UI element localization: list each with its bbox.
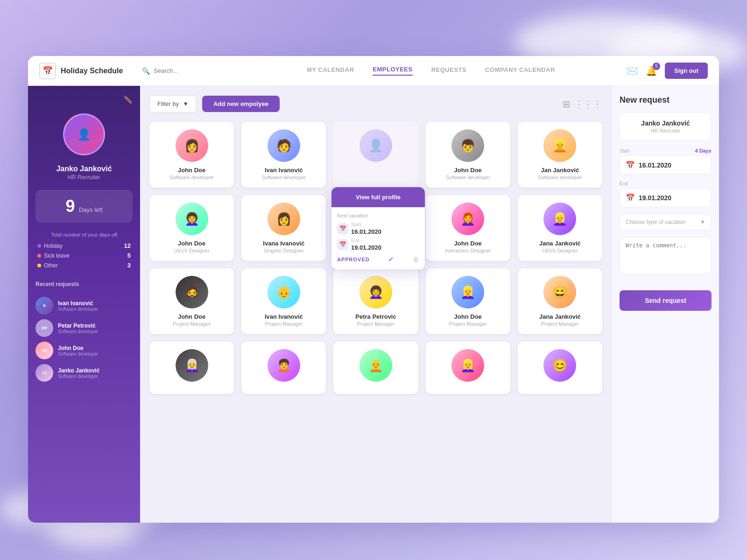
recent-item-0[interactable]: II Ivan Ivanović Software developer [35,297,133,315]
filter-chevron-icon: ▼ [183,100,189,107]
emp-avatar-13: 👱‍♀️ [451,276,484,308]
recent-item-1[interactable]: PP Petar Petrović Software developer [35,319,133,337]
user-avatar-large: 👤 [63,113,105,155]
add-employee-button[interactable]: Add new empolyee [202,96,280,112]
recent-role-1: Software developer [58,329,98,334]
emp-role-13: Project Manager [431,321,505,327]
nav-requests[interactable]: REQUESTS [431,66,467,75]
sidebar-userrole: HR Recruiter [35,174,133,181]
recent-role-0: Software developer [58,307,98,312]
days-breakdown: Total number of your days off Holiday 12… [35,232,133,272]
start-date-value: 16.01.2020 [639,161,671,169]
comment-field [620,237,712,276]
employee-card-19[interactable]: 😊 [518,342,602,394]
end-calendar-icon: 📅 [626,193,635,202]
right-panel: New request Janko Janković HR Recruiter … [612,86,719,523]
employee-card-3[interactable]: 👦 John Doe Software developer [426,122,510,188]
trash-icon[interactable]: 🗑 [413,256,419,263]
vacation-type-placeholder: Choose type of vacation [626,219,686,225]
send-request-button[interactable]: Send request [620,290,712,311]
mail-icon[interactable]: ✉️ [627,65,638,77]
employee-card-16[interactable]: 🧑‍🦱 [241,342,326,394]
recent-item-2[interactable]: JD John Doe Software developer [35,342,133,359]
employee-card-11[interactable]: 👴 Ivan Ivanović Project Manager [241,268,326,334]
logo-text: Holiday Schedule [61,67,123,75]
holiday-row: Holiday 12 [37,242,131,249]
signout-button[interactable]: Sign out [665,63,708,79]
popup-end-label: End [351,238,381,243]
employee-card-5[interactable]: 👩‍🦱 John Doe UI/UX Designer [149,195,234,261]
days-number: 9 [65,196,75,216]
sickleave-count: 5 [127,252,131,259]
comment-textarea[interactable] [620,237,712,274]
other-row: Other 3 [37,262,131,269]
employee-card-15[interactable]: 👩‍🦳 [149,342,234,394]
emp-name-1: Ivan Ivanović [247,167,320,174]
employee-card-6[interactable]: 👩 Ivana Ivanović Graphic Designer [241,195,326,261]
employee-card-9[interactable]: 👱‍♀️ Jana Janković UI/UX Designer [518,195,602,261]
recent-requests-section: Recent requests [35,281,133,287]
recent-item-3[interactable]: JJ Janko Janković Software developer [35,364,133,382]
start-cal-icon: 📅 [337,223,348,234]
holiday-label: Holiday [44,243,63,249]
employee-card-17[interactable]: 🧑‍🦲 [333,342,418,394]
employee-card-0[interactable]: 👩 John Doe Software developer [149,122,234,188]
emp-avatar-4: 👱 [543,129,576,162]
end-date-input[interactable]: 📅 19.01.2020 [620,188,712,207]
employee-card-4[interactable]: 👱 Jan Janković Software developer [518,122,602,188]
emp-avatar-18: 👱‍♀️ [451,349,484,382]
start-date-input[interactable]: 📅 16.01.2020 [620,155,712,175]
end-field-label: End [620,181,628,186]
employee-card-14[interactable]: 😄 Jana Janković Project Manager [518,268,602,334]
next-vacation-label: Next vacation [337,213,419,218]
grid-view-button[interactable]: ⊞ [563,98,571,110]
popup-end-date: 19.01.2020 [351,244,381,251]
search-input[interactable] [154,67,219,74]
emp-avatar-16: 🧑‍🦱 [268,349,300,382]
list-view-button[interactable]: ⋮⋮⋮ [574,98,602,110]
nav-my-calendar[interactable]: MY CALENDAR [307,66,354,75]
emp-name-12: Petra Petrovic [339,313,412,320]
sickleave-dot [37,254,41,258]
filter-button[interactable]: Filter by ▼ [149,95,197,112]
vacation-type-select[interactable]: Choose type of vacation ▼ [620,214,712,231]
employee-card-10[interactable]: 🧔 John Doe Project Manager [149,268,234,334]
emp-avatar-9: 👱‍♀️ [543,203,576,235]
employee-card-1[interactable]: 🧑 Ivan Ivanović Software developer [241,122,326,188]
total-value: 4 Days [695,148,712,154]
start-calendar-icon: 📅 [626,161,635,169]
emp-name-13: John Doe [431,313,505,320]
emp-role-4: Software developer [523,175,597,180]
emp-name-14: Jana Janković [523,313,597,320]
vacation-type-field: Choose type of vacation ▼ [620,214,712,231]
notification-badge: 5 [653,63,660,70]
recent-avatar-1: PP [35,319,53,337]
popup-start-date: 16.01.2020 [351,228,381,235]
emp-avatar-3: 👦 [451,129,484,162]
emp-name-3: John Doe [431,167,505,174]
other-label: Other [44,262,58,269]
recent-info-1: Petar Petrović Software developer [58,322,98,334]
view-full-profile-button[interactable]: View full profile [331,187,425,207]
recent-name-0: Ivan Ivanović [58,300,98,307]
employee-card-12[interactable]: 👩‍🦱 Petra Petrovic Project Manager [333,268,418,334]
emp-role-8: Interaction Designer [431,248,505,253]
panel-userrole: HR Recruiter [627,128,705,133]
recent-info-0: Ivan Ivanović Software developer [58,300,98,312]
emp-role-11: Project Manager [247,321,320,327]
nav-company-calendar[interactable]: COMPANY CALENDAR [485,66,555,75]
approved-checkmark-icon: ✓ [388,255,394,264]
emp-role-3: Software developer [431,175,505,180]
end-date-value: 19.01.2020 [639,194,671,202]
employee-card-2[interactable]: 👤 [333,122,418,188]
employee-card-13[interactable]: 👱‍♀️ John Doe Project Manager [426,268,510,334]
popup-card: View full profile Next vacation 📅 Start … [331,187,425,269]
employee-card-8[interactable]: 👩‍🦰 John Doe Interaction Designer [426,195,510,261]
employee-card-18[interactable]: 👱‍♀️ [426,342,510,394]
edit-icon[interactable]: ✏️ [123,95,133,104]
nav-employees[interactable]: EMPLOYEES [373,66,412,76]
emp-role-6: Graphic Designer [247,248,320,253]
recent-role-2: Software developer [58,351,98,357]
search-area[interactable]: 🔍 [142,67,235,75]
notification-icon[interactable]: 🔔 5 [646,65,657,77]
